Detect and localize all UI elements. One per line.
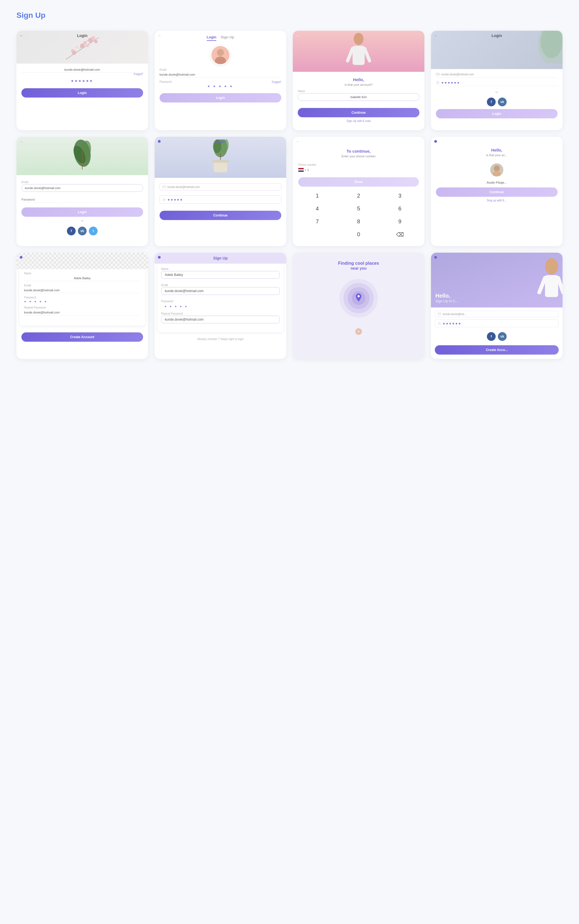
back-arrow-r1c1[interactable]: ←: [20, 33, 24, 38]
key-3[interactable]: 3: [381, 191, 419, 201]
email-input-r1c2[interactable]: [160, 72, 281, 78]
flag-btn-r2c3[interactable]: + 1: [298, 168, 309, 172]
location-screen-r3c3: Finding cool places near you ✕: [293, 253, 424, 340]
key-backspace[interactable]: ⌫: [381, 230, 419, 240]
singup-text-r2c4[interactable]: Sing up with E...: [487, 199, 507, 202]
facebook-btn-r1c4[interactable]: f: [487, 98, 496, 106]
subtext-r2c4: is that your ac...: [486, 153, 507, 157]
vk-btn-r3c4[interactable]: vk: [498, 332, 507, 341]
create-account-btn-r3c4[interactable]: Create Acco...: [435, 345, 559, 354]
back-arrow-r2c3[interactable]: ←: [296, 139, 299, 144]
back-arrow-r1c2[interactable]: ←: [158, 33, 162, 38]
svg-line-16: [348, 49, 353, 61]
login-btn-r1c4[interactable]: Login: [436, 109, 558, 118]
avatar-r2c4: [490, 163, 504, 177]
repeat-input-r3c2[interactable]: [161, 316, 280, 323]
done-btn-r2c3[interactable]: Done: [298, 177, 419, 187]
key-empty: [298, 230, 336, 240]
key-2[interactable]: 2: [340, 191, 378, 201]
login-btn-r1c1[interactable]: Login: [21, 88, 143, 98]
email-group-r1c1: Forgot?: [21, 67, 143, 76]
tab-login-r1c2[interactable]: Login: [207, 35, 216, 41]
key-4[interactable]: 4: [298, 204, 336, 214]
key-7[interactable]: 7: [298, 217, 336, 226]
vk-btn-r2c1[interactable]: vk: [78, 227, 87, 235]
password-dots-r1c2: ● ● ● ● ●: [160, 84, 281, 88]
password-group-r1c1: ●●●●●●: [21, 78, 143, 83]
name-input-r3c1[interactable]: [24, 275, 141, 281]
password-dots-r1c1: ●●●●●●: [21, 78, 143, 83]
password-label-r1c2: Password: [160, 80, 172, 83]
key-1[interactable]: 1: [298, 191, 336, 201]
back-arrow-r2c1[interactable]: ←: [20, 139, 24, 144]
key-6[interactable]: 6: [381, 204, 419, 214]
or-divider-r1c4: or: [496, 90, 498, 94]
email-value-r3c4: kunde.dovie@hot...: [443, 313, 466, 316]
email-group-r2c2: kunde.dovie@hotmail.com: [160, 183, 281, 193]
social-row-r2c1: f vk t: [67, 227, 98, 235]
svg-point-13: [218, 50, 223, 56]
continue-btn-r2c4[interactable]: Continue: [436, 188, 558, 197]
close-btn-r3c3[interactable]: ✕: [355, 328, 362, 335]
login-btn-r1c2[interactable]: Login: [160, 93, 281, 103]
repeat-label-r3c2: Repeat Password: [161, 312, 280, 315]
nav-dot-r3c4: [434, 256, 437, 259]
lock-icon-r2c2: [163, 198, 166, 201]
tab-signup-r1c2[interactable]: Sign Up: [221, 35, 234, 41]
name-r2c4: Austin Fitzge...: [487, 181, 507, 184]
email-input-r2c1[interactable]: [21, 184, 143, 192]
facebook-btn-r2c1[interactable]: f: [67, 227, 76, 235]
create-account-btn-r3c1[interactable]: Create Account: [21, 332, 143, 342]
tab-row-r1c2: Login Sign Up: [207, 35, 234, 41]
card-bg-r3c4: Hello, Sign Up to C...: [431, 253, 563, 307]
name-input-r1c3[interactable]: [298, 93, 419, 101]
repeat-input-r3c1[interactable]: [24, 310, 141, 315]
password-dots-r3c1: ● ● ● ● ●: [24, 299, 141, 303]
card-image-leaf: ←: [16, 137, 148, 175]
vk-btn-r1c4[interactable]: vk: [498, 98, 507, 106]
email-group-r1c2: Email: [160, 68, 281, 78]
card-r3-c4: Hello, Sign Up to C... kunde.dovie@hot..…: [431, 253, 563, 359]
svg-line-0: [66, 38, 99, 59]
password-dots-r2c2: ●●●●●: [167, 197, 183, 202]
key-8[interactable]: 8: [340, 217, 378, 226]
email-value-r1c4: kunde.dovie@hotmail.com: [442, 73, 474, 76]
card-bg-r3c1: [16, 253, 148, 269]
signup-email-link-r1c3[interactable]: Sign Up with E-mail: [347, 119, 370, 122]
forgot-r1c2[interactable]: Forgot?: [172, 80, 281, 83]
svg-point-9: [75, 46, 78, 49]
forgot-link-r1c1[interactable]: Forgot?: [21, 73, 143, 76]
lock-icon-r3c4: [438, 322, 441, 325]
password-label-r3c1: Password: [24, 296, 141, 299]
phone-label-r2c3: Phone number: [298, 163, 419, 167]
page-title: Sign Up: [16, 11, 563, 20]
login-btn-r2c1[interactable]: Login: [21, 207, 143, 217]
svg-rect-38: [545, 275, 558, 297]
continue-btn-r2c2[interactable]: Continue: [160, 211, 281, 220]
name-input-r3c2[interactable]: [161, 271, 280, 279]
email-input-r3c1[interactable]: [24, 287, 141, 293]
svg-rect-42: [438, 323, 440, 325]
svg-point-34: [494, 165, 500, 171]
svg-point-37: [545, 258, 558, 274]
continue-btn-r1c3[interactable]: Continue: [298, 108, 419, 117]
avatar-r1c2: [211, 45, 230, 65]
key-9[interactable]: 9: [381, 217, 419, 226]
email-input-r1c1[interactable]: [21, 67, 143, 73]
email-value-r2c2: kunde.dovie@hotmail.com: [167, 186, 200, 189]
svg-point-36: [358, 295, 360, 297]
email-label-r2c1: Email: [21, 181, 143, 184]
card-r2-c2: Login kunde.dovie@hotmail.com: [155, 137, 286, 246]
svg-line-39: [539, 278, 545, 292]
twitter-btn-r2c1[interactable]: t: [89, 227, 98, 235]
email-input-r3c2[interactable]: [161, 287, 280, 295]
card-r1-c4: ← Login kunde.dovie@hotmail.com ●●●●●● o: [431, 31, 563, 130]
key-0[interactable]: 0: [340, 230, 378, 240]
phone-title-r2c3: To continue,: [298, 149, 419, 153]
facebook-btn-r3c4[interactable]: f: [487, 332, 496, 341]
back-arrow-r1c4[interactable]: ←: [434, 33, 438, 38]
back-arrow-r1c3[interactable]: ←: [296, 33, 300, 38]
password-group-r1c2: Password Forgot? ● ● ● ● ●: [160, 80, 281, 88]
key-5[interactable]: 5: [340, 204, 378, 214]
password-input-r2c1[interactable]: [21, 197, 143, 202]
